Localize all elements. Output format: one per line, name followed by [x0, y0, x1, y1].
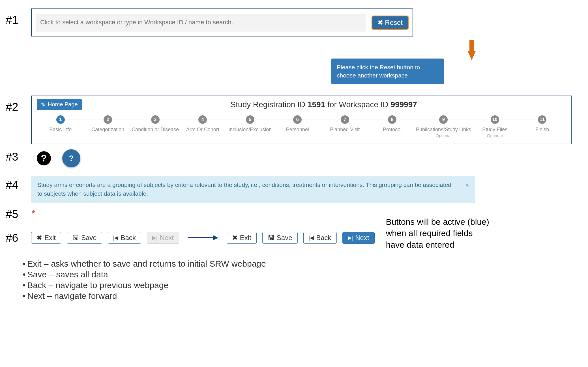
- step-5[interactable]: 5Inclusion/Exclusion: [226, 115, 274, 133]
- next-icon: ▶|: [348, 235, 353, 241]
- legend-item: Exit – asks whether to save and returns …: [23, 259, 582, 269]
- section-number-1: #1: [6, 8, 31, 25]
- step-circle: 10: [491, 115, 499, 124]
- save-button-2[interactable]: 🖫 Save: [262, 232, 298, 244]
- step-circle: 7: [341, 115, 349, 124]
- step-9[interactable]: 9Publications/Study LinksOptional: [416, 115, 471, 138]
- step-circle: 1: [56, 115, 65, 124]
- exit-button-2[interactable]: ✖ Exit: [227, 232, 257, 244]
- button-row: ✖ Exit 🖫 Save |◀ Back ▶| Next ✖ Exit 🖫 S…: [31, 232, 375, 244]
- step-circle: 11: [538, 115, 546, 124]
- stepper-box: ✎ Home Page Study Registration ID 1591 f…: [31, 96, 572, 144]
- step-circle: 2: [104, 115, 112, 124]
- step-label: Condition or Disease: [132, 127, 179, 133]
- back-button[interactable]: |◀ Back: [108, 232, 141, 244]
- section-number-4: #4: [6, 176, 31, 191]
- step-circle: 5: [246, 115, 254, 124]
- legend-item: Next – navigate forward: [23, 291, 582, 301]
- legend-item: Back – navigate to previous webpage: [23, 280, 582, 290]
- step-1[interactable]: 1Basic Info: [37, 115, 84, 133]
- back-icon: |◀: [309, 235, 314, 241]
- workspace-search-input[interactable]: [36, 14, 366, 31]
- step-10[interactable]: 10Study FilesOptional: [471, 115, 518, 138]
- reset-tooltip: Please click the Reset button to choose …: [331, 59, 444, 84]
- home-page-button[interactable]: ✎ Home Page: [37, 99, 82, 110]
- step-8[interactable]: 8Protocol: [368, 115, 416, 133]
- section-number-2: #2: [6, 96, 31, 113]
- next-button-active[interactable]: ▶| Next: [342, 232, 375, 244]
- save-icon: 🖫: [72, 234, 79, 242]
- step-circle: 6: [293, 115, 302, 124]
- close-icon: ✖: [377, 19, 383, 27]
- step-label: Protocol: [383, 127, 402, 133]
- step-circle: 4: [198, 115, 207, 124]
- save-button[interactable]: 🖫 Save: [67, 232, 102, 244]
- home-label: Home Page: [48, 101, 78, 108]
- alert-text: Study arms or cohorts are a grouping of …: [37, 180, 457, 198]
- help-icon-black[interactable]: ?: [37, 151, 51, 165]
- next-icon: ▶|: [152, 235, 158, 241]
- back-icon: |◀: [113, 235, 119, 241]
- step-label: Study Files: [482, 127, 507, 133]
- section-number-5: #5: [6, 208, 31, 220]
- button-legend: Exit – asks whether to save and returns …: [23, 259, 582, 301]
- section-number-6: #6: [6, 232, 31, 243]
- step-6[interactable]: 6Personnel: [274, 115, 321, 133]
- alert-close-icon[interactable]: ×: [457, 180, 469, 190]
- step-sublabel: Optional: [487, 133, 503, 138]
- save-icon: 🖫: [268, 234, 274, 242]
- step-label: Publications/Study Links: [416, 127, 471, 133]
- step-3[interactable]: 3Condition or Disease: [132, 115, 179, 133]
- step-circle: 8: [388, 115, 396, 124]
- step-label: Inclusion/Exclusion: [228, 127, 272, 133]
- active-note: Buttons will be active (blue) when all r…: [386, 216, 489, 251]
- step-label: Personnel: [286, 127, 309, 133]
- close-icon: ✖: [37, 234, 42, 242]
- step-circle: 9: [439, 115, 448, 124]
- section-number-3: #3: [6, 149, 31, 162]
- back-button-2[interactable]: |◀ Back: [303, 232, 337, 244]
- step-11[interactable]: 11Finish: [518, 115, 566, 133]
- step-label: Arm Or Cohort: [186, 127, 219, 133]
- step-4[interactable]: 4Arm Or Cohort: [179, 115, 226, 133]
- edit-icon: ✎: [41, 101, 46, 108]
- arrow-right-icon: [188, 235, 218, 240]
- reset-label: Reset: [385, 19, 403, 27]
- step-label: Finish: [535, 127, 549, 133]
- required-asterisk: *: [31, 208, 35, 218]
- step-label: Planned Visit: [330, 127, 360, 133]
- registration-title: Study Registration ID 1591 for Workspace…: [82, 100, 566, 109]
- step-sublabel: Optional: [435, 133, 451, 138]
- help-icon-blue[interactable]: ?: [62, 149, 80, 167]
- next-button-disabled: ▶| Next: [147, 232, 179, 244]
- close-icon: ✖: [232, 234, 238, 242]
- step-circle: 3: [151, 115, 160, 124]
- exit-button[interactable]: ✖ Exit: [31, 232, 61, 244]
- workspace-search-box: ✖ Reset: [31, 8, 413, 36]
- legend-item: Save – saves all data: [23, 270, 582, 279]
- step-7[interactable]: 7Planned Visit: [321, 115, 368, 133]
- step-label: Basic Info: [49, 127, 72, 133]
- arrow-down-icon: [361, 40, 582, 60]
- step-2[interactable]: 2Categorization: [84, 115, 131, 133]
- stepper: 1Basic Info2Categorization3Condition or …: [37, 115, 566, 138]
- reset-button[interactable]: ✖ Reset: [372, 16, 409, 30]
- info-alert: Study arms or cohorts are a grouping of …: [31, 176, 475, 203]
- step-label: Categorization: [91, 127, 124, 133]
